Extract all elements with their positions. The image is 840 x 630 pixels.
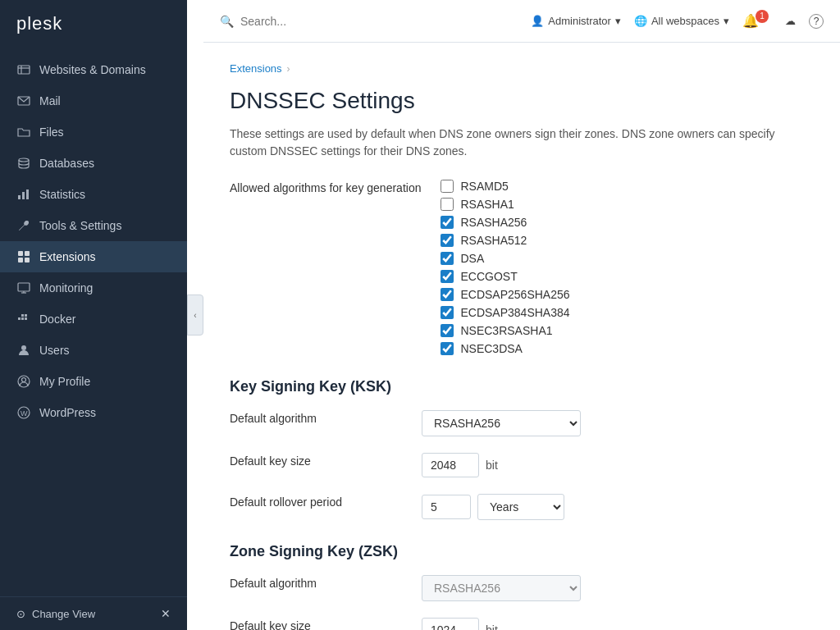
algo-nsec3rsasha1[interactable]: NSEC3RSASHA1 (441, 324, 569, 337)
user-circle-icon (16, 374, 31, 389)
sidebar-footer: ⊙ Change View ✕ (0, 596, 187, 630)
svg-rect-18 (21, 314, 24, 317)
sidebar-item-databases[interactable]: Databases (0, 148, 187, 179)
ksk-keysize-row: Default key size bit (230, 453, 814, 477)
svg-rect-11 (25, 258, 30, 262)
algo-rsasha512[interactable]: RSASHA512 (441, 234, 569, 247)
algo-nsec3dsa[interactable]: NSEC3DSA (441, 342, 569, 355)
zsk-keysize-input[interactable] (422, 618, 479, 630)
ksk-keysize-label: Default key size (230, 453, 402, 468)
svg-rect-7 (26, 189, 29, 199)
database-icon (16, 156, 31, 171)
algo-rsasha1[interactable]: RSASHA1 (441, 198, 569, 211)
search-box: 🔍 (220, 15, 466, 28)
ksk-heading: Key Signing Key (KSK) (230, 378, 814, 395)
svg-rect-0 (18, 66, 30, 74)
notifications-button[interactable]: 🔔 1 (742, 13, 772, 29)
grid-icon (16, 249, 31, 264)
sidebar-item-users[interactable]: Users (0, 335, 187, 366)
help-button[interactable]: ? (809, 14, 824, 29)
algo-ecdsap384sha384-checkbox[interactable] (441, 306, 454, 319)
algo-ecdsap256sha256[interactable]: ECDSAP256SHA256 (441, 288, 569, 301)
sidebar-item-extensions[interactable]: Extensions (0, 241, 187, 272)
algo-rsamd5-checkbox[interactable] (441, 180, 454, 193)
algo-rsasha256-checkbox[interactable] (441, 216, 454, 229)
ksk-section: Default algorithm RSASHA256 RSASHA512 EC… (230, 410, 814, 520)
algo-eccgost[interactable]: ECCGOST (441, 270, 569, 283)
docker-icon (16, 312, 31, 326)
sidebar-label-databases: Databases (39, 157, 94, 170)
sidebar-item-docker[interactable]: Docker (0, 304, 187, 335)
topbar: 🔍 👤 Administrator ▾ 🌐 All webspaces ▾ 🔔 … (203, 0, 840, 43)
webspaces-menu-button[interactable]: 🌐 All webspaces ▾ (634, 15, 729, 27)
logo-text: plesk (16, 13, 62, 34)
zsk-heading: Zone Signing Key (ZSK) (230, 543, 814, 560)
change-view-label: Change View (32, 608, 95, 620)
help-icon: ? (809, 14, 824, 29)
webspaces-icon: 🌐 (634, 15, 647, 27)
wordpress-icon: W (16, 405, 31, 420)
sidebar-item-wordpress[interactable]: W WordPress (0, 397, 187, 428)
sidebar-label-wordpress: WordPress (39, 406, 96, 419)
notification-badge: 1 (756, 10, 769, 23)
algo-rsasha1-checkbox[interactable] (441, 198, 454, 211)
algo-ecdsap384sha384[interactable]: ECDSAP384SHA384 (441, 306, 569, 319)
algo-rsamd5[interactable]: RSAMD5 (441, 180, 569, 193)
algo-rsasha512-checkbox[interactable] (441, 234, 454, 247)
sidebar-label-docker: Docker (39, 313, 75, 326)
sidebar-label-mail: Mail (39, 94, 61, 107)
zsk-algorithm-label: Default algorithm (230, 575, 402, 590)
svg-point-4 (19, 158, 29, 162)
sidebar-item-mail[interactable]: Mail (0, 85, 187, 116)
allowed-algorithms-row: Allowed algorithms for key generation RS… (230, 180, 814, 355)
zsk-keysize-label: Default key size (230, 618, 402, 630)
sidebar-item-my-profile[interactable]: My Profile (0, 366, 187, 397)
svg-rect-8 (18, 251, 23, 256)
algo-nsec3dsa-checkbox[interactable] (441, 342, 454, 355)
svg-rect-10 (18, 258, 23, 262)
svg-rect-17 (25, 317, 27, 320)
sidebar-label-extensions: Extensions (39, 250, 95, 263)
sidebar-item-statistics[interactable]: Statistics (0, 179, 187, 210)
change-view-button[interactable]: ⊙ Change View (16, 608, 95, 620)
ksk-rollover-unit-select[interactable]: Days Weeks Months Years (477, 494, 564, 520)
sidebar-label-statistics: Statistics (39, 188, 85, 201)
svg-point-22 (22, 378, 26, 382)
cloud-button[interactable]: ☁ (785, 15, 796, 27)
algo-rsasha256[interactable]: RSASHA256 (441, 216, 569, 229)
globe-icon (16, 62, 31, 77)
ksk-keysize-input[interactable] (422, 453, 479, 477)
algo-ecdsap256sha256-checkbox[interactable] (441, 288, 454, 301)
sidebar: plesk Websites & Domains Mail Files Dat (0, 0, 187, 630)
sidebar-item-tools-settings[interactable]: Tools & Settings (0, 210, 187, 241)
breadcrumb: Extensions › (230, 62, 814, 75)
breadcrumb-extensions[interactable]: Extensions (230, 62, 282, 75)
algo-dsa[interactable]: DSA (441, 252, 569, 265)
ksk-algorithm-select[interactable]: RSASHA256 RSASHA512 ECDSAP256SHA256 ECDS… (422, 410, 581, 436)
envelope-icon (16, 94, 31, 108)
ksk-rollover-row: Default rollover period Days Weeks Month… (230, 494, 814, 520)
zsk-algorithm-select[interactable]: RSASHA256 RSASHA512 ECDSAP256SHA256 ECDS… (422, 575, 581, 601)
svg-rect-15 (18, 317, 21, 320)
page-content: Extensions › DNSSEC Settings These setti… (203, 43, 840, 630)
zsk-keysize-row: Default key size bit (230, 618, 814, 630)
search-input[interactable] (240, 15, 466, 28)
algo-dsa-checkbox[interactable] (441, 252, 454, 265)
ksk-rollover-input[interactable] (422, 495, 471, 519)
algo-eccgost-checkbox[interactable] (441, 270, 454, 283)
allowed-algorithms-section: Allowed algorithms for key generation RS… (230, 180, 814, 355)
ksk-keysize-unit: bit (486, 459, 498, 472)
allowed-algorithms-label: Allowed algorithms for key generation (230, 180, 421, 194)
zsk-section: Default algorithm RSASHA256 RSASHA512 EC… (230, 575, 814, 630)
algo-nsec3rsasha1-checkbox[interactable] (441, 324, 454, 337)
close-sidebar-icon[interactable]: ✕ (161, 607, 171, 620)
sidebar-item-files[interactable]: Files (0, 116, 187, 148)
zsk-keysize-control: bit (422, 618, 498, 630)
sidebar-item-monitoring[interactable]: Monitoring (0, 272, 187, 304)
sidebar-item-websites-domains[interactable]: Websites & Domains (0, 54, 187, 85)
sidebar-collapse-button[interactable]: ‹ (187, 294, 203, 336)
monitor-icon (16, 281, 31, 295)
admin-menu-button[interactable]: 👤 Administrator ▾ (531, 15, 621, 27)
webspaces-label: All webspaces (651, 15, 719, 27)
page-title: DNSSEC Settings (230, 88, 814, 114)
